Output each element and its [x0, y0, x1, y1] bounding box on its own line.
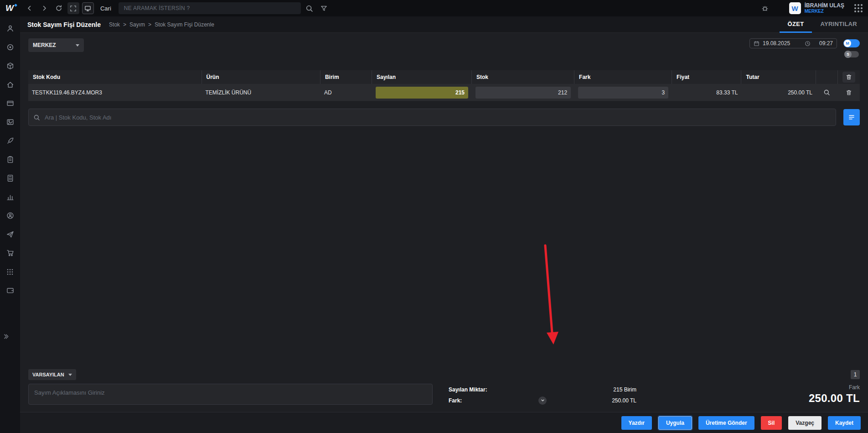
clipboard-icon[interactable] — [0, 150, 20, 169]
cell-sayilan[interactable]: 215 — [372, 84, 472, 101]
bug-icon[interactable] — [759, 2, 771, 14]
date-value: 19.08.2025 — [763, 40, 801, 47]
counted-amount-label: Sayılan Miktar: — [449, 386, 487, 393]
breadcrumb-separator: > — [148, 21, 151, 28]
total-block: Fark 250.00 TL — [809, 384, 860, 405]
forward-icon[interactable] — [38, 2, 50, 14]
counted-quantity-field[interactable]: 215 — [376, 87, 468, 99]
global-search-input[interactable] — [123, 5, 296, 12]
count-note-input[interactable] — [28, 384, 433, 405]
column-header[interactable]: Stok Kodu — [28, 70, 202, 84]
breadcrumb-item: Stok Sayım Fişi Düzenle — [155, 21, 214, 28]
summary-block: Sayılan Miktar: 215 Birim Fark: 250.00 T… — [449, 384, 636, 405]
wallet-icon[interactable] — [0, 281, 20, 300]
apps-grid-icon[interactable] — [854, 4, 863, 12]
stock-table-header: Stok Kodu Ürün Birim Sayılan Stok Fark F… — [28, 70, 860, 84]
cell-tutar: 250.00 TL — [741, 84, 816, 101]
table-row[interactable]: TESTKK119.46.BYZ4.MOR3 TEMİZLİK ÜRÜNÜ AD… — [28, 84, 860, 101]
row-delete-icon[interactable] — [846, 89, 852, 96]
app-logo[interactable]: W — [5, 3, 14, 13]
target-icon[interactable] — [0, 38, 20, 57]
date-time-field[interactable]: 19.08.2025 09:27 — [749, 38, 837, 48]
page-title: Stok Sayım Fişi Düzenle — [27, 21, 101, 28]
app-window: W Cari W — [0, 0, 868, 433]
breadcrumb-item[interactable]: Stok — [109, 21, 120, 28]
view-tabs: ÖZET AYRINTILAR — [780, 16, 865, 33]
empty-area — [28, 126, 860, 369]
difference-label: Fark: — [449, 397, 462, 404]
stock-search-box — [28, 109, 836, 126]
mode-toggle-m[interactable]: M — [843, 39, 860, 47]
sidebar-expand-icon[interactable] — [0, 333, 20, 340]
kaydet-button[interactable]: Kaydet — [828, 416, 861, 430]
column-header[interactable]: Sayılan — [372, 70, 472, 84]
difference-value: 250.00 TL — [612, 397, 636, 404]
yazdir-button[interactable]: Yazdır — [621, 416, 652, 430]
topbar: W Cari W — [0, 0, 868, 16]
vazgec-button[interactable]: Vazgeç — [788, 416, 822, 430]
filter-icon[interactable] — [318, 2, 330, 14]
chart-icon[interactable] — [0, 188, 20, 206]
calculator-icon[interactable] — [0, 169, 20, 188]
stock-list-button[interactable] — [843, 109, 860, 125]
mode-toggle-s[interactable]: S — [844, 51, 859, 57]
user-branch: MERKEZ — [805, 9, 844, 14]
grid-icon[interactable] — [0, 262, 20, 281]
price-list-value: VARSAYILAN — [32, 372, 64, 377]
uretime-gonder-button[interactable]: Üretime Gönder — [698, 416, 754, 430]
price-list-select[interactable]: VARSAYILAN — [28, 369, 76, 380]
stock-search-row — [28, 109, 860, 126]
rocket-icon[interactable] — [0, 131, 20, 150]
home-icon[interactable] — [0, 75, 20, 94]
back-icon[interactable] — [24, 2, 36, 14]
branch-select[interactable]: MERKEZ — [28, 38, 84, 52]
cell-birim: AD — [320, 84, 372, 101]
monitor-icon[interactable] — [82, 2, 94, 14]
cell-row-delete — [838, 84, 860, 101]
sidebar — [0, 16, 20, 433]
difference-field: 3 — [578, 87, 668, 99]
cari-selector[interactable]: Cari — [100, 5, 111, 12]
sil-button[interactable]: Sil — [761, 416, 782, 430]
cell-urun: TEMİZLİK ÜRÜNÜ — [202, 84, 320, 101]
image-icon[interactable] — [0, 113, 20, 131]
cart-icon[interactable] — [0, 244, 20, 262]
row-count-badge: 1 — [851, 370, 860, 379]
send-icon[interactable] — [0, 225, 20, 244]
summary-expand-icon[interactable] — [538, 396, 547, 405]
tab-ozet[interactable]: ÖZET — [780, 16, 812, 33]
package-icon[interactable] — [0, 57, 20, 75]
breadcrumb-item[interactable]: Sayım — [129, 21, 145, 28]
card-icon[interactable] — [0, 94, 20, 113]
clock-icon — [805, 41, 811, 47]
chevron-down-icon — [76, 44, 79, 47]
search-icon[interactable] — [304, 2, 315, 14]
tab-ayrintilar[interactable]: AYRINTILAR — [812, 16, 865, 33]
column-header[interactable]: Fark — [574, 70, 672, 84]
cell-fark: 3 — [574, 84, 672, 101]
cell-row-search — [816, 84, 838, 101]
column-header[interactable]: Tutar — [741, 70, 816, 84]
total-value: 250.00 TL — [809, 392, 860, 405]
topbar-right: W İBRAHİM ULAŞ MERKEZ — [759, 2, 863, 14]
column-header[interactable]: Ürün — [202, 70, 320, 84]
column-header[interactable]: Birim — [320, 70, 372, 84]
user-menu[interactable]: W İBRAHİM ULAŞ MERKEZ — [789, 2, 844, 14]
content-area: MERKEZ 19.08.2025 09:27 M — [20, 33, 868, 412]
uygula-button[interactable]: Uygula — [658, 416, 692, 430]
mode-toggle-m-knob: M — [844, 40, 851, 47]
column-header[interactable]: Stok — [472, 70, 574, 84]
person-icon[interactable] — [0, 19, 20, 38]
search-icon — [33, 114, 40, 121]
refresh-icon[interactable] — [53, 2, 65, 14]
stock-search-input[interactable] — [44, 114, 831, 121]
avatar: W — [789, 2, 801, 14]
column-header-delete — [838, 70, 860, 84]
row-search-icon[interactable] — [823, 89, 830, 96]
fullscreen-icon[interactable] — [67, 2, 79, 14]
column-header[interactable]: Fiyat — [672, 70, 741, 84]
cell-stok: 212 — [472, 84, 574, 101]
delete-all-button[interactable] — [842, 72, 855, 83]
page-header: Stok Sayım Fişi Düzenle Stok > Sayım > S… — [20, 16, 868, 33]
user-circle-icon[interactable] — [0, 206, 20, 225]
